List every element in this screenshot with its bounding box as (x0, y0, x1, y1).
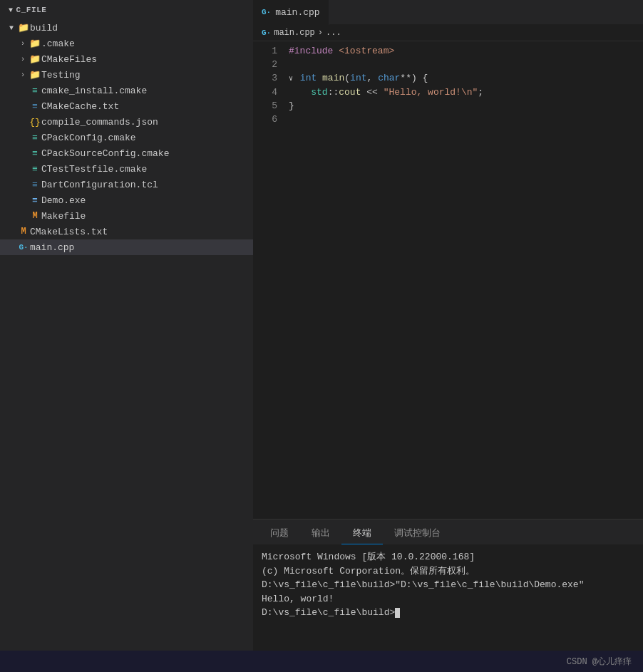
cmakefiles-chevron: › (17, 56, 29, 63)
ctestfile-icon: ≡ (29, 164, 41, 175)
testing-folder-icon: 📁 (29, 69, 41, 81)
sidebar-item-build[interactable]: ▼ 📁 build (0, 20, 253, 36)
bottom-panel: 问题 输出 终端 调试控制台 Microsoft Windows [版本 10.… (253, 519, 643, 651)
tab-problems[interactable]: 问题 (259, 522, 300, 544)
tab-debug-console[interactable]: 调试控制台 (383, 522, 452, 544)
line-num-1: 1 (253, 44, 289, 58)
terminal-line-7: D:\vs_file\c_file\build> (262, 606, 634, 620)
tab-main-cpp[interactable]: G· main.cpp (253, 0, 329, 25)
terminal-line-2: (c) Microsoft Corporation。保留所有权利。 (262, 564, 634, 579)
line-content-4: std::cout << "Hello, world!\n"; (289, 86, 643, 99)
build-label: build (30, 23, 58, 33)
sidebar-item-cpackconfig[interactable]: ≡ CPackConfig.cmake (0, 130, 253, 145)
cpacksource-icon: ≡ (29, 148, 41, 159)
ctestfile-label: CTestTestfile.cmake (41, 164, 147, 175)
cmakelists-label: CMakeLists.txt (30, 227, 108, 237)
debug-console-tab-label: 调试控制台 (394, 528, 441, 539)
maincpp-sidebar-icon: G· (17, 243, 30, 252)
code-line-2: 2 (253, 58, 643, 71)
sidebar-item-cmakefiles[interactable]: › 📁 CMakeFiles (0, 51, 253, 67)
line-content-1: #include <iostream> (289, 44, 643, 58)
line-content-3: ∨ int main(int, char**) { (289, 71, 643, 86)
cmakefiles-icon: 📁 (29, 53, 41, 65)
build-folder-icon: 📁 (17, 22, 30, 33)
cmake-folder-chevron: › (17, 40, 29, 48)
demoexe-label: Demo.exe (41, 195, 86, 206)
line-num-2: 2 (253, 58, 289, 71)
maincpp-sidebar-label: main.cpp (30, 242, 74, 253)
cmake-folder-icon: 📁 (29, 38, 41, 49)
editor-area: G· main.cpp G· main.cpp › ... 1 #include… (253, 0, 643, 651)
sidebar-item-main-cpp[interactable]: G· main.cpp (0, 239, 253, 255)
tab-bar: G· main.cpp (253, 0, 643, 25)
sidebar-item-cmake-folder[interactable]: › 📁 .cmake (0, 36, 253, 51)
footer-bar: CSDN @心儿痒痒 (0, 651, 643, 672)
sidebar-item-compile-commands[interactable]: {} compile_commands.json (0, 114, 253, 130)
line-num-5: 5 (253, 99, 289, 113)
code-line-1: 1 #include <iostream> (253, 44, 643, 58)
sidebar-item-ctestfile[interactable]: ≡ CTestTestfile.cmake (0, 161, 253, 177)
compile-commands-label: compile_commands.json (41, 117, 158, 128)
watermark-text: CSDN @心儿痒痒 (567, 656, 632, 668)
cpackconfig-label: CPackConfig.cmake (41, 133, 136, 143)
build-chevron: ▼ (6, 24, 17, 32)
tab-icon: G· (262, 8, 271, 16)
sidebar-item-cpacksource[interactable]: ≡ CPackSourceConfig.cmake (0, 145, 253, 161)
testing-chevron: › (17, 71, 29, 79)
explorer-header: ▼ C_FILE (0, 0, 253, 20)
compile-commands-icon: {} (29, 117, 41, 128)
dartconfig-label: DartConfiguration.tcl (41, 180, 158, 190)
tab-label: main.cpp (275, 7, 319, 18)
tab-terminal[interactable]: 终端 (341, 522, 383, 544)
cpackconfig-icon: ≡ (29, 133, 41, 143)
breadcrumb-icon: G· (262, 29, 271, 37)
code-line-3: 3 ∨ int main(int, char**) { (253, 71, 643, 86)
breadcrumb-path: main.cpp (274, 28, 315, 38)
sidebar-item-testing[interactable]: › 📁 Testing (0, 67, 253, 83)
sidebar-item-cmakelists[interactable]: M CMakeLists.txt (0, 224, 253, 239)
makefile-icon: M (29, 211, 41, 221)
terminal-line-5: Hello, world! (262, 592, 634, 606)
terminal-output: Microsoft Windows [版本 10.0.22000.168] (c… (253, 544, 643, 651)
sidebar-item-cmakecache[interactable]: ≡ CMakeCache.txt (0, 98, 253, 114)
file-explorer: ▼ C_FILE ▼ 📁 build › 📁 .cmake › 📁 CMakeF… (0, 0, 253, 651)
line-content-5: } (289, 99, 643, 113)
breadcrumb-sep: › (318, 28, 323, 38)
demoexe-icon: ≡ (29, 195, 41, 206)
code-line-5: 5 } (253, 99, 643, 113)
cmake-folder-label: .cmake (41, 38, 75, 49)
makefile-label: Makefile (41, 211, 86, 222)
sidebar-item-cmake-install[interactable]: ≡ cmake_install.cmake (0, 83, 253, 98)
cmake-install-icon: ≡ (29, 86, 41, 96)
line-num-6: 6 (253, 113, 289, 126)
cpacksource-label: CPackSourceConfig.cmake (41, 148, 169, 159)
code-editor[interactable]: 1 #include <iostream> 2 3 ∨ int main(int… (253, 41, 643, 519)
breadcrumb: G· main.cpp › ... (253, 25, 643, 41)
dartconfig-icon: ≡ (29, 180, 41, 190)
cmakefiles-label: CMakeFiles (41, 54, 97, 65)
breadcrumb-detail: ... (326, 28, 341, 38)
output-tab-label: 输出 (312, 528, 330, 539)
cmakecache-label: CMakeCache.txt (41, 101, 119, 112)
line-num-4: 4 (253, 86, 289, 99)
sidebar-item-dartconfig[interactable]: ≡ DartConfiguration.tcl (0, 177, 253, 192)
terminal-line-1: Microsoft Windows [版本 10.0.22000.168] (262, 550, 634, 564)
sidebar-item-makefile[interactable]: M Makefile (0, 208, 253, 224)
tab-output[interactable]: 输出 (300, 522, 341, 544)
panel-tab-bar: 问题 输出 终端 调试控制台 (253, 519, 643, 544)
terminal-line-4: D:\vs_file\c_file\build>"D:\vs_file\c_fi… (262, 578, 634, 592)
problems-tab-label: 问题 (270, 528, 289, 539)
code-line-4: 4 std::cout << "Hello, world!\n"; (253, 86, 643, 99)
sidebar-item-demo-exe[interactable]: ≡ Demo.exe (0, 192, 253, 208)
cmakelists-icon: M (17, 227, 30, 237)
terminal-cursor (395, 608, 400, 618)
cmake-install-label: cmake_install.cmake (41, 86, 147, 96)
line-num-3: 3 (253, 71, 289, 85)
explorer-title: C_FILE (16, 6, 47, 14)
testing-label: Testing (41, 70, 81, 81)
header-chevron: ▼ (9, 6, 14, 14)
cmakecache-icon: ≡ (29, 101, 41, 112)
code-line-6: 6 (253, 113, 643, 126)
terminal-tab-label: 终端 (353, 528, 371, 539)
